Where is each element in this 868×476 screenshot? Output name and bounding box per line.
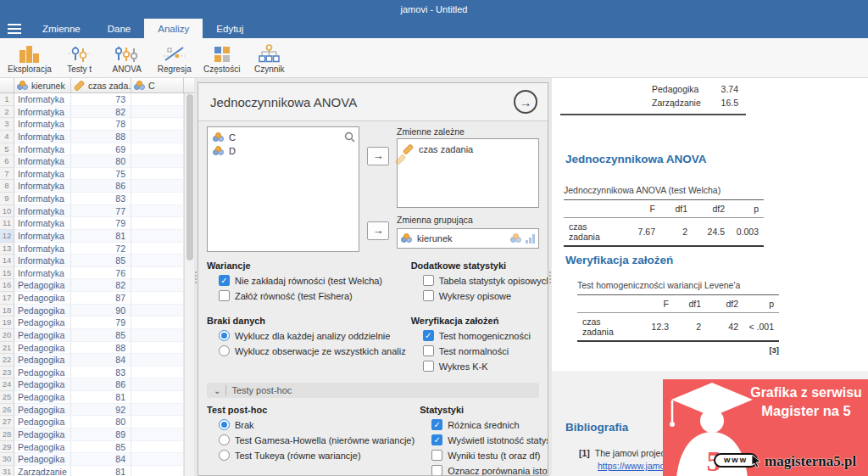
cell-czas-zadania[interactable]: 85 (71, 255, 131, 267)
cell-czas-zadania[interactable]: 85 (71, 441, 131, 454)
row-number[interactable]: 7 (0, 168, 14, 181)
cell-c[interactable] (131, 354, 184, 367)
tab-dane[interactable]: Dane (94, 19, 145, 38)
cell-kierunek[interactable]: Pedagogika (14, 441, 71, 454)
cell-c[interactable] (131, 329, 184, 342)
cell-c[interactable] (131, 193, 184, 205)
ribbon-button-eksploracja[interactable]: Eksploracja (3, 40, 56, 77)
cell-czas-zadania[interactable]: 85 (71, 329, 131, 342)
checkbox-control[interactable]: ✓ (431, 419, 442, 430)
cell-kierunek[interactable]: Informatyka (14, 230, 71, 243)
row-number[interactable]: 6 (0, 155, 14, 168)
cell-c[interactable] (131, 367, 184, 379)
checkbox-wyświetl-istotność-statystyczną[interactable]: ✓Wyświetl istotność statystyczną (431, 434, 548, 445)
cell-czas-zadania[interactable]: 84 (71, 453, 131, 466)
checkbox-control[interactable] (431, 465, 442, 475)
checkbox-wykres-k-k[interactable]: Wykres K-K (423, 361, 548, 372)
cell-czas-zadania[interactable]: 86 (71, 180, 131, 193)
checkbox-control[interactable]: ✓ (423, 330, 434, 341)
checkbox-wyniki-testu-t-oraz-df[interactable]: Wyniki testu (t oraz df) (431, 450, 548, 461)
cell-czas-zadania[interactable]: 81 (71, 230, 131, 243)
checkbox-załóż-równość-test-fishera[interactable]: Załóż równość (test Fishera) (219, 290, 406, 301)
move-dependent-button[interactable]: → (367, 147, 389, 165)
row-number[interactable]: 13 (0, 243, 14, 255)
row-number[interactable]: 15 (0, 267, 14, 280)
cell-kierunek[interactable]: Pedagogika (14, 279, 71, 292)
dependent-variables-box[interactable]: czas zadania (397, 138, 539, 208)
row-number[interactable]: 9 (0, 193, 14, 205)
splitter-left[interactable] (194, 78, 198, 476)
checkbox-wykresy-opisowe[interactable]: Wykresy opisowe (423, 290, 548, 301)
cell-kierunek[interactable]: Pedagogika (14, 453, 71, 466)
search-icon[interactable] (344, 131, 355, 146)
ribbon-button-regresja[interactable]: Regresja (151, 40, 198, 77)
cell-c[interactable] (131, 155, 184, 168)
list-item[interactable]: C (209, 131, 357, 144)
cell-czas-zadania[interactable]: 79 (71, 316, 131, 329)
cell-kierunek[interactable]: Pedagogika (14, 329, 71, 342)
cell-czas-zadania[interactable]: 80 (71, 155, 131, 168)
cell-c[interactable] (131, 292, 184, 305)
tab-zmienne[interactable]: Zmienne (29, 19, 94, 38)
row-number[interactable]: 19 (0, 316, 14, 329)
row-number[interactable]: 3 (0, 118, 14, 131)
checkbox-control[interactable] (423, 275, 434, 286)
ribbon-button-czynnik[interactable]: Czynnik (246, 40, 293, 77)
cell-kierunek[interactable]: Pedagogika (14, 292, 71, 305)
cell-czas-zadania[interactable]: 72 (71, 243, 131, 255)
cell-kierunek[interactable]: Informatyka (14, 243, 71, 255)
cell-c[interactable] (131, 441, 184, 454)
cell-kierunek[interactable]: Informatyka (14, 180, 71, 193)
move-grouping-button[interactable]: → (367, 221, 389, 240)
checkbox-control[interactable] (219, 290, 230, 301)
column-header-c[interactable]: C (131, 78, 184, 92)
checkbox-control[interactable] (423, 345, 434, 356)
cell-czas-zadania[interactable]: 86 (71, 378, 131, 391)
cell-kierunek[interactable]: Informatyka (14, 106, 71, 119)
checkbox-tabela-statystyk-opisowych[interactable]: Tabela statystyk opisowych (423, 275, 548, 286)
posthoc-collapse-bar[interactable]: ⌄ Testy post-hoc (207, 383, 539, 398)
cell-czas-zadania[interactable]: 89 (71, 428, 131, 441)
cell-c[interactable] (131, 267, 184, 280)
radio-control[interactable] (219, 419, 230, 430)
row-number[interactable]: 5 (0, 143, 14, 156)
cell-c[interactable] (131, 131, 184, 143)
list-item[interactable]: czas zadania (399, 142, 537, 156)
cell-c[interactable] (131, 243, 184, 255)
row-number[interactable]: 12 (0, 230, 14, 243)
cell-czas-zadania[interactable]: 82 (71, 279, 131, 292)
checkbox-test-normalności[interactable]: Test normalności (423, 345, 548, 356)
ribbon-button-czestosci[interactable]: Częstości (198, 40, 246, 77)
cell-czas-zadania[interactable]: 83 (71, 367, 131, 379)
cell-kierunek[interactable]: Informatyka (14, 118, 71, 131)
cell-kierunek[interactable]: Pedagogika (14, 416, 71, 428)
row-number[interactable]: 16 (0, 279, 14, 292)
cell-c[interactable] (131, 143, 184, 156)
row-number[interactable]: 10 (0, 205, 14, 218)
checkbox-oznacz-porównania-istotne-stat[interactable]: Oznacz porównania istotne stat. (431, 465, 548, 475)
column-header-kierunek[interactable]: kierunek (14, 78, 71, 92)
row-number[interactable]: 24 (0, 378, 14, 391)
cell-czas-zadania[interactable]: 90 (71, 305, 131, 317)
row-number[interactable]: 8 (0, 180, 14, 193)
cell-kierunek[interactable]: Pedagogika (14, 354, 71, 367)
cell-c[interactable] (131, 255, 184, 267)
radio-control[interactable] (219, 345, 230, 356)
radio-wyklucz-obserwacje-ze-wszystkich-analiz[interactable]: Wyklucz obserwacje ze wszystkich analiz (219, 345, 406, 356)
row-number[interactable]: 21 (0, 342, 14, 355)
spreadsheet-scrollbar[interactable] (184, 93, 194, 476)
cell-c[interactable] (131, 205, 184, 218)
grouping-variable-box[interactable]: kierunek (397, 228, 539, 249)
cell-kierunek[interactable]: Informatyka (14, 93, 71, 106)
row-number[interactable]: 29 (0, 441, 14, 454)
radio-control[interactable] (219, 450, 230, 461)
cell-kierunek[interactable]: Pedagogika (14, 391, 71, 404)
radio-test-gamesa-howella-nierówne-wariancje[interactable]: Test Gamesa-Howella (nierówne wariancje) (219, 434, 415, 445)
cell-czas-zadania[interactable]: 75 (71, 168, 131, 181)
row-number[interactable]: 27 (0, 416, 14, 428)
cell-c[interactable] (131, 404, 184, 417)
cell-czas-zadania[interactable]: 87 (71, 292, 131, 305)
cell-czas-zadania[interactable]: 81 (71, 466, 131, 476)
cell-czas-zadania[interactable]: 83 (71, 193, 131, 205)
cell-c[interactable] (131, 230, 184, 243)
